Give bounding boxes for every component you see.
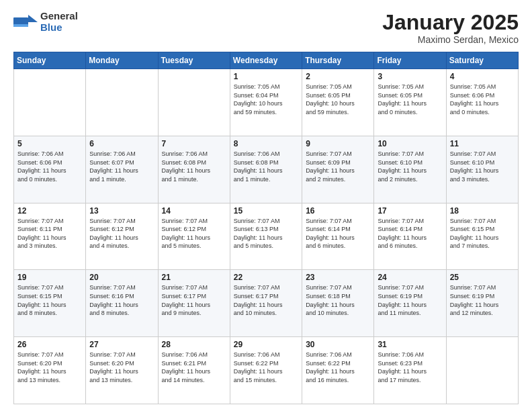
calendar-cell-w5-d2: 28Sunrise: 7:06 AM Sunset: 6:21 PM Dayli… xyxy=(158,337,230,404)
calendar-week-1: 1Sunrise: 7:05 AM Sunset: 6:04 PM Daylig… xyxy=(14,69,519,136)
day-number: 24 xyxy=(378,273,442,282)
calendar-cell-w1-d4: 2Sunrise: 7:05 AM Sunset: 6:05 PM Daylig… xyxy=(302,69,374,136)
day-info: Sunrise: 7:06 AM Sunset: 6:07 PM Dayligh… xyxy=(89,150,154,183)
calendar-cell-w2-d5: 10Sunrise: 7:07 AM Sunset: 6:10 PM Dayli… xyxy=(374,136,446,203)
day-number: 14 xyxy=(162,206,226,216)
day-number: 20 xyxy=(89,273,154,282)
day-info: Sunrise: 7:05 AM Sunset: 6:06 PM Dayligh… xyxy=(450,83,515,116)
day-info: Sunrise: 7:07 AM Sunset: 6:20 PM Dayligh… xyxy=(17,351,82,384)
svg-rect-2 xyxy=(13,24,28,27)
calendar-cell-w3-d2: 14Sunrise: 7:07 AM Sunset: 6:12 PM Dayli… xyxy=(158,203,230,270)
day-number: 19 xyxy=(17,273,82,282)
calendar-cell-w3-d0: 12Sunrise: 7:07 AM Sunset: 6:11 PM Dayli… xyxy=(14,203,86,270)
day-info: Sunrise: 7:07 AM Sunset: 6:16 PM Dayligh… xyxy=(89,283,154,317)
location: Maximo Serdan, Mexico xyxy=(382,34,519,45)
day-info: Sunrise: 7:07 AM Sunset: 6:13 PM Dayligh… xyxy=(234,217,298,250)
day-number: 11 xyxy=(450,139,515,148)
col-monday: Monday xyxy=(86,52,158,69)
calendar-cell-w2-d4: 9Sunrise: 7:07 AM Sunset: 6:09 PM Daylig… xyxy=(302,136,374,203)
col-wednesday: Wednesday xyxy=(230,52,302,69)
calendar-cell-w2-d6: 11Sunrise: 7:07 AM Sunset: 6:10 PM Dayli… xyxy=(446,136,518,203)
calendar-cell-w2-d0: 5Sunrise: 7:06 AM Sunset: 6:06 PM Daylig… xyxy=(14,136,86,203)
logo-general-text: General xyxy=(40,10,78,21)
calendar-cell-w5-d4: 30Sunrise: 7:06 AM Sunset: 6:22 PM Dayli… xyxy=(302,337,374,404)
calendar-cell-w4-d6: 25Sunrise: 7:07 AM Sunset: 6:19 PM Dayli… xyxy=(446,270,518,337)
col-thursday: Thursday xyxy=(302,52,374,69)
logo: General Blue xyxy=(13,11,78,33)
calendar-cell-w4-d0: 19Sunrise: 7:07 AM Sunset: 6:15 PM Dayli… xyxy=(14,270,86,337)
day-info: Sunrise: 7:07 AM Sunset: 6:19 PM Dayligh… xyxy=(378,283,442,317)
svg-marker-1 xyxy=(28,15,38,22)
day-number: 15 xyxy=(234,206,298,216)
day-number: 30 xyxy=(306,340,370,349)
col-sunday: Sunday xyxy=(14,52,86,69)
day-info: Sunrise: 7:07 AM Sunset: 6:12 PM Dayligh… xyxy=(89,217,154,250)
day-number: 5 xyxy=(17,139,82,148)
day-number: 17 xyxy=(378,206,442,216)
calendar-cell-w2-d2: 7Sunrise: 7:06 AM Sunset: 6:08 PM Daylig… xyxy=(158,136,230,203)
logo-icon xyxy=(13,12,38,32)
day-info: Sunrise: 7:06 AM Sunset: 6:08 PM Dayligh… xyxy=(162,150,226,183)
day-number: 23 xyxy=(306,273,370,282)
day-number: 25 xyxy=(450,273,515,282)
calendar-cell-w1-d3: 1Sunrise: 7:05 AM Sunset: 6:04 PM Daylig… xyxy=(230,69,302,136)
header: General Blue January 2025 Maximo Serdan,… xyxy=(13,11,519,45)
calendar-table: Sunday Monday Tuesday Wednesday Thursday… xyxy=(13,52,519,404)
day-info: Sunrise: 7:07 AM Sunset: 6:10 PM Dayligh… xyxy=(378,150,442,183)
day-info: Sunrise: 7:06 AM Sunset: 6:22 PM Dayligh… xyxy=(306,351,370,384)
day-info: Sunrise: 7:07 AM Sunset: 6:10 PM Dayligh… xyxy=(450,150,515,183)
day-number: 29 xyxy=(234,340,298,349)
day-info: Sunrise: 7:06 AM Sunset: 6:22 PM Dayligh… xyxy=(234,351,298,384)
day-info: Sunrise: 7:07 AM Sunset: 6:11 PM Dayligh… xyxy=(17,217,82,250)
title-block: January 2025 Maximo Serdan, Mexico xyxy=(382,11,519,45)
calendar-cell-w3-d5: 17Sunrise: 7:07 AM Sunset: 6:14 PM Dayli… xyxy=(374,203,446,270)
day-info: Sunrise: 7:05 AM Sunset: 6:05 PM Dayligh… xyxy=(306,83,370,116)
day-number: 21 xyxy=(162,273,226,282)
calendar-cell-w3-d1: 13Sunrise: 7:07 AM Sunset: 6:12 PM Dayli… xyxy=(86,203,158,270)
day-info: Sunrise: 7:06 AM Sunset: 6:21 PM Dayligh… xyxy=(162,351,226,384)
day-info: Sunrise: 7:07 AM Sunset: 6:17 PM Dayligh… xyxy=(162,283,226,317)
day-info: Sunrise: 7:07 AM Sunset: 6:15 PM Dayligh… xyxy=(17,283,82,317)
calendar-cell-w1-d0 xyxy=(14,69,86,136)
calendar-week-5: 26Sunrise: 7:07 AM Sunset: 6:20 PM Dayli… xyxy=(14,337,519,404)
day-info: Sunrise: 7:06 AM Sunset: 6:06 PM Dayligh… xyxy=(17,150,82,183)
calendar-cell-w4-d4: 23Sunrise: 7:07 AM Sunset: 6:18 PM Dayli… xyxy=(302,270,374,337)
day-info: Sunrise: 7:07 AM Sunset: 6:17 PM Dayligh… xyxy=(234,283,298,317)
calendar-page: General Blue January 2025 Maximo Serdan,… xyxy=(0,0,532,411)
calendar-cell-w3-d6: 18Sunrise: 7:07 AM Sunset: 6:15 PM Dayli… xyxy=(446,203,518,270)
day-number: 1 xyxy=(234,72,298,81)
day-info: Sunrise: 7:07 AM Sunset: 6:19 PM Dayligh… xyxy=(450,283,515,317)
calendar-cell-w5-d1: 27Sunrise: 7:07 AM Sunset: 6:20 PM Dayli… xyxy=(86,337,158,404)
day-number: 16 xyxy=(306,206,370,216)
day-info: Sunrise: 7:07 AM Sunset: 6:14 PM Dayligh… xyxy=(306,217,370,250)
day-number: 6 xyxy=(89,139,154,148)
calendar-week-2: 5Sunrise: 7:06 AM Sunset: 6:06 PM Daylig… xyxy=(14,136,519,203)
day-number: 4 xyxy=(450,72,515,81)
calendar-cell-w4-d5: 24Sunrise: 7:07 AM Sunset: 6:19 PM Dayli… xyxy=(374,270,446,337)
calendar-cell-w1-d2 xyxy=(158,69,230,136)
calendar-cell-w2-d3: 8Sunrise: 7:06 AM Sunset: 6:08 PM Daylig… xyxy=(230,136,302,203)
calendar-cell-w5-d6 xyxy=(446,337,518,404)
day-info: Sunrise: 7:07 AM Sunset: 6:20 PM Dayligh… xyxy=(89,351,154,384)
day-number: 27 xyxy=(89,340,154,349)
day-number: 3 xyxy=(378,72,442,81)
col-friday: Friday xyxy=(374,52,446,69)
day-number: 22 xyxy=(234,273,298,282)
col-tuesday: Tuesday xyxy=(158,52,230,69)
day-number: 2 xyxy=(306,72,370,81)
day-info: Sunrise: 7:05 AM Sunset: 6:05 PM Dayligh… xyxy=(378,83,442,116)
calendar-cell-w3-d4: 16Sunrise: 7:07 AM Sunset: 6:14 PM Dayli… xyxy=(302,203,374,270)
day-info: Sunrise: 7:05 AM Sunset: 6:04 PM Dayligh… xyxy=(234,83,298,116)
day-number: 18 xyxy=(450,206,515,216)
calendar-week-3: 12Sunrise: 7:07 AM Sunset: 6:11 PM Dayli… xyxy=(14,203,519,270)
calendar-week-4: 19Sunrise: 7:07 AM Sunset: 6:15 PM Dayli… xyxy=(14,270,519,337)
calendar-header-row: Sunday Monday Tuesday Wednesday Thursday… xyxy=(14,52,519,69)
day-info: Sunrise: 7:07 AM Sunset: 6:14 PM Dayligh… xyxy=(378,217,442,250)
day-number: 13 xyxy=(89,206,154,216)
calendar-cell-w3-d3: 15Sunrise: 7:07 AM Sunset: 6:13 PM Dayli… xyxy=(230,203,302,270)
calendar-cell-w2-d1: 6Sunrise: 7:06 AM Sunset: 6:07 PM Daylig… xyxy=(86,136,158,203)
day-info: Sunrise: 7:07 AM Sunset: 6:12 PM Dayligh… xyxy=(162,217,226,250)
calendar-cell-w4-d2: 21Sunrise: 7:07 AM Sunset: 6:17 PM Dayli… xyxy=(158,270,230,337)
day-number: 31 xyxy=(378,340,442,349)
day-info: Sunrise: 7:07 AM Sunset: 6:18 PM Dayligh… xyxy=(306,283,370,317)
